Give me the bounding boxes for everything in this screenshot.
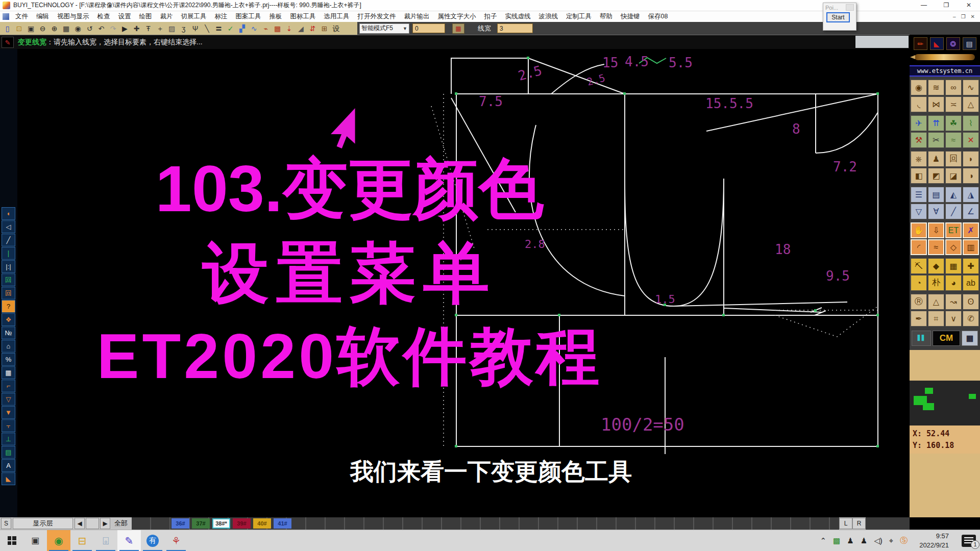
menu-item[interactable]: 切展工具 xyxy=(177,11,211,22)
curve-tool-icon[interactable]: ≍ xyxy=(945,96,962,112)
calculator-icon[interactable]: ▦ xyxy=(962,331,978,346)
table-icon[interactable]: ▤ xyxy=(2,446,15,459)
fill-icon[interactable]: ▞ xyxy=(236,23,248,34)
menu-item[interactable]: 保存08 xyxy=(644,11,672,22)
pleat-tool-icon[interactable]: ╱ xyxy=(945,204,962,219)
size-chip[interactable]: 39# xyxy=(233,518,251,529)
task-view-button[interactable]: ▣ xyxy=(23,530,47,551)
hatch-icon[interactable]: ▨ xyxy=(166,23,178,34)
taskbar-app-et-editor[interactable]: ✎ xyxy=(117,530,141,551)
cut-tool-icon[interactable]: ≈ xyxy=(945,132,962,148)
measure-tool-icon[interactable]: ∨ xyxy=(945,311,962,327)
curve-icon[interactable]: ʒ xyxy=(178,23,189,34)
grid-view-icon[interactable]: ▦ xyxy=(60,23,72,34)
mdi-close-button[interactable]: ✕ xyxy=(971,14,975,19)
menu-item[interactable]: 检查 xyxy=(93,11,114,22)
seam-tool-icon[interactable]: ET xyxy=(945,222,962,238)
mark-tool-icon[interactable]: ◆ xyxy=(928,258,944,274)
mark-tool-icon[interactable]: ◔ xyxy=(911,275,927,291)
seam-tool-icon[interactable]: ≈ xyxy=(928,239,944,255)
pleat-tool-icon[interactable]: ☰ xyxy=(911,187,927,203)
drop-icon[interactable]: ⇣ xyxy=(283,23,295,34)
tray-qq-icon[interactable]: ♟ xyxy=(847,536,853,545)
cut-tool-icon[interactable]: ⚒ xyxy=(911,132,927,148)
menu-item[interactable]: 选用工具 xyxy=(320,11,354,22)
notification-center-icon[interactable]: 1 xyxy=(962,535,976,547)
value-input[interactable]: 0 xyxy=(412,23,445,33)
tray-chevron-icon[interactable]: ⌃ xyxy=(820,536,827,545)
piece-tool-icon[interactable]: 回 xyxy=(945,151,962,167)
pleat-tool-icon[interactable]: ∠ xyxy=(963,204,979,219)
menu-item[interactable]: 定制工具 xyxy=(562,11,596,22)
menu-item[interactable]: 波浪线 xyxy=(535,11,562,22)
settings-icon[interactable]: 设 xyxy=(330,23,342,34)
swap-icon[interactable]: ⇵ xyxy=(307,23,318,34)
input-method-icon[interactable]: ⌖ xyxy=(889,536,893,545)
start-button[interactable] xyxy=(0,530,23,551)
r-button[interactable]: R xyxy=(852,518,866,529)
mark-tool-icon[interactable]: ◕ xyxy=(945,275,962,291)
seam-tool-icon[interactable]: ✗ xyxy=(963,222,979,238)
curve-tool-icon[interactable]: ∞ xyxy=(945,80,962,95)
size-chip[interactable]: 40# xyxy=(253,518,271,529)
line-width-input[interactable]: 3 xyxy=(497,23,533,33)
drawing-canvas[interactable]: 15 4.5 5.5 2.5 2.5 7.5 15.5.5 8 7.2 2.8 … xyxy=(0,49,910,517)
mark-tool-icon[interactable]: ab xyxy=(963,275,979,291)
pleat-tool-icon[interactable]: ◮ xyxy=(963,187,979,203)
wave-flag-icon[interactable]: ◣ xyxy=(930,37,944,50)
piece-tool-icon[interactable]: ◪ xyxy=(945,168,962,184)
seam-tool-icon[interactable]: ✋ xyxy=(911,222,927,238)
size-chip[interactable]: 36# xyxy=(172,518,189,529)
seam-tool-icon[interactable]: ⇩ xyxy=(928,222,944,238)
zigzag-icon[interactable]: ⌁ xyxy=(260,23,272,34)
pan-icon[interactable]: ◉ xyxy=(72,23,84,34)
piece-tool-icon[interactable]: ⎈ xyxy=(911,151,927,167)
cut-tool-icon[interactable]: ✂ xyxy=(928,132,944,148)
cut-tool-icon[interactable]: ✕ xyxy=(963,132,979,148)
move-icon[interactable]: ✚ xyxy=(131,23,142,34)
select-cursor-icon[interactable]: ▶ xyxy=(119,23,131,34)
size-chip[interactable]: 41# xyxy=(274,518,291,529)
menu-item[interactable]: 裁片输出 xyxy=(400,11,434,22)
cut-tool-icon[interactable]: ⌇ xyxy=(963,115,979,131)
measure-tool-icon[interactable]: Ⓡ xyxy=(911,294,927,310)
menu-item[interactable]: 图标工具 xyxy=(286,11,320,22)
curve-tool-icon[interactable]: ∿ xyxy=(963,80,979,95)
measure-tool-icon[interactable]: △ xyxy=(928,294,944,310)
refresh-icon[interactable]: ↺ xyxy=(84,23,95,34)
seam-tool-icon[interactable]: ◜ xyxy=(911,239,927,255)
menu-item[interactable]: 编辑 xyxy=(32,11,53,22)
t-square-icon[interactable]: Ŧ xyxy=(142,23,154,34)
close-button[interactable]: ✕ xyxy=(958,0,980,11)
menu-item[interactable]: 图案工具 xyxy=(232,11,265,22)
taskbar-app-photos[interactable]: ⚘ xyxy=(164,530,188,551)
redo-icon[interactable]: ↷ xyxy=(107,23,119,34)
cut-tool-icon[interactable]: ⇈ xyxy=(928,115,944,131)
size-chip[interactable]: 38#* xyxy=(212,518,230,529)
open-file-icon[interactable]: ⊡ xyxy=(13,23,25,34)
piece-tool-icon[interactable]: ♟ xyxy=(928,151,944,167)
pleat-tool-icon[interactable]: ▽ xyxy=(911,204,927,219)
menu-item[interactable]: 推板 xyxy=(265,11,286,22)
line-icon[interactable]: ╲ xyxy=(201,23,213,34)
s-button[interactable]: S xyxy=(1,518,11,529)
pin-icon[interactable]: ⫟ xyxy=(2,419,15,432)
wedge-icon[interactable]: ◣ xyxy=(2,472,15,485)
menu-item[interactable]: 文件 xyxy=(11,11,32,22)
fork-icon[interactable]: Ψ xyxy=(189,23,201,34)
curve-tool-icon[interactable]: ≋ xyxy=(928,80,944,95)
text-tool-icon[interactable]: A xyxy=(2,459,15,472)
measure-tool-icon[interactable]: ʘ xyxy=(963,294,979,310)
cut-tool-icon[interactable]: ✈ xyxy=(911,115,927,131)
l-button[interactable]: L xyxy=(839,518,852,529)
flag-button[interactable]: ▦ xyxy=(452,23,464,34)
axis-icon[interactable]: ⊥ xyxy=(2,433,15,445)
tray-qq-icon-2[interactable]: ♟ xyxy=(861,536,867,545)
piece-tool-icon[interactable]: ◧ xyxy=(911,168,927,184)
arrow-left-button[interactable]: ◀ xyxy=(75,518,85,529)
menu-item[interactable]: 绘图 xyxy=(135,11,156,22)
curve-tool-icon[interactable]: ⋈ xyxy=(928,96,944,112)
pattern-icon[interactable]: ▩ xyxy=(272,23,283,34)
seam-tool-icon[interactable]: ▥ xyxy=(963,239,979,255)
piece-tool-icon[interactable]: ◑ xyxy=(963,168,979,184)
